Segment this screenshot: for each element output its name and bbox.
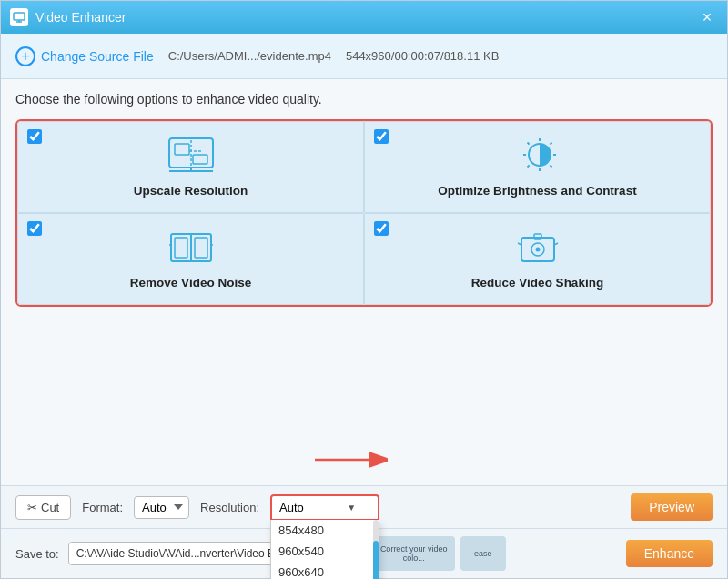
shaking-checkbox[interactable] bbox=[374, 221, 389, 236]
option-shaking: Reduce Video Shaking bbox=[364, 213, 711, 305]
thumbnail-1-text: Correct your video colo... bbox=[375, 544, 453, 563]
bottom-bar: ✂ Cut Format: Auto Resolution: Auto ▼ 85… bbox=[1, 485, 727, 528]
enhance-button[interactable]: Enhance bbox=[626, 540, 713, 567]
resolution-chevron-icon: ▼ bbox=[347, 503, 356, 513]
noise-checkbox[interactable] bbox=[27, 221, 42, 236]
cut-label: Cut bbox=[41, 501, 59, 514]
preview-button[interactable]: Preview bbox=[631, 493, 713, 521]
resolution-option-854[interactable]: 854x480 bbox=[271, 520, 379, 541]
resolution-select-box[interactable]: Auto ▼ bbox=[270, 494, 379, 521]
svg-line-16 bbox=[550, 165, 551, 167]
titlebar: Video Enhancer × bbox=[1, 1, 727, 34]
svg-rect-9 bbox=[193, 155, 207, 164]
cut-button[interactable]: ✂ Cut bbox=[15, 495, 71, 520]
brightness-label: Optimize Brightness and Contrast bbox=[438, 184, 636, 198]
change-source-button[interactable]: + Change Source File bbox=[15, 46, 154, 66]
brightness-checkbox[interactable] bbox=[374, 129, 389, 144]
close-button[interactable]: × bbox=[696, 6, 718, 28]
noise-icon bbox=[166, 227, 217, 269]
plus-circle-icon: + bbox=[15, 46, 35, 66]
svg-rect-21 bbox=[175, 238, 187, 258]
file-path: C:/Users/ADMI.../evidente.mp4 bbox=[168, 49, 331, 63]
save-label: Save to: bbox=[15, 547, 59, 561]
resolution-scrollbar[interactable] bbox=[373, 520, 379, 580]
resolution-label: Resolution: bbox=[200, 501, 259, 514]
svg-line-17 bbox=[550, 143, 551, 145]
options-grid: Upscale Resolution bbox=[15, 119, 713, 307]
app-title: Video Enhancer bbox=[35, 10, 126, 25]
thumbnail-2: ease bbox=[460, 536, 506, 571]
noise-label: Remove Video Noise bbox=[130, 276, 251, 290]
shaking-icon bbox=[512, 227, 563, 269]
brightness-icon bbox=[512, 135, 563, 177]
titlebar-left: Video Enhancer bbox=[10, 8, 126, 26]
app-icon bbox=[10, 8, 28, 26]
resolution-option-960-540[interactable]: 960x540 bbox=[271, 541, 379, 562]
resolution-dropdown: 854x480 960x540 960x640 1024x600 1280x72… bbox=[270, 520, 379, 580]
upscale-checkbox[interactable] bbox=[27, 129, 42, 144]
resolution-dropdown-container: Auto ▼ 854x480 960x540 960x640 1024x600 … bbox=[270, 494, 379, 521]
arrow-indicator bbox=[315, 446, 388, 477]
option-brightness: Optimize Brightness and Contrast bbox=[364, 121, 711, 213]
thumbnail-strip: Correct your video colo... ease bbox=[373, 536, 617, 571]
format-select[interactable]: Auto bbox=[134, 496, 189, 519]
option-noise: Remove Video Noise bbox=[17, 213, 364, 305]
instructions-text: Choose the following options to enhance … bbox=[15, 92, 713, 107]
resolution-scrollbar-thumb bbox=[373, 541, 379, 580]
resolution-selected[interactable]: Auto ▼ bbox=[272, 496, 378, 519]
shaking-label: Reduce Video Shaking bbox=[471, 276, 603, 290]
main-content: Choose the following options to enhance … bbox=[1, 79, 727, 485]
resolution-value: Auto bbox=[279, 501, 304, 514]
thumbnail-1: Correct your video colo... bbox=[373, 536, 455, 571]
resolution-option-960-640[interactable]: 960x640 bbox=[271, 562, 379, 580]
option-upscale: Upscale Resolution bbox=[17, 121, 364, 213]
format-label: Format: bbox=[82, 501, 123, 514]
upscale-icon bbox=[166, 135, 217, 177]
svg-point-27 bbox=[535, 248, 540, 252]
svg-rect-22 bbox=[195, 238, 207, 258]
app-window: Video Enhancer × + Change Source File C:… bbox=[0, 0, 728, 579]
upscale-label: Upscale Resolution bbox=[134, 184, 248, 198]
svg-rect-0 bbox=[14, 13, 25, 20]
change-source-label: Change Source File bbox=[41, 49, 154, 64]
file-info: 544x960/00:00:07/818.11 KB bbox=[346, 49, 499, 63]
svg-line-15 bbox=[527, 143, 529, 145]
thumbnail-2-text: ease bbox=[474, 549, 492, 558]
scissors-icon: ✂ bbox=[27, 501, 37, 514]
svg-rect-8 bbox=[175, 144, 189, 155]
svg-line-18 bbox=[527, 165, 529, 167]
toolbar: + Change Source File C:/Users/ADMI.../ev… bbox=[1, 34, 727, 79]
